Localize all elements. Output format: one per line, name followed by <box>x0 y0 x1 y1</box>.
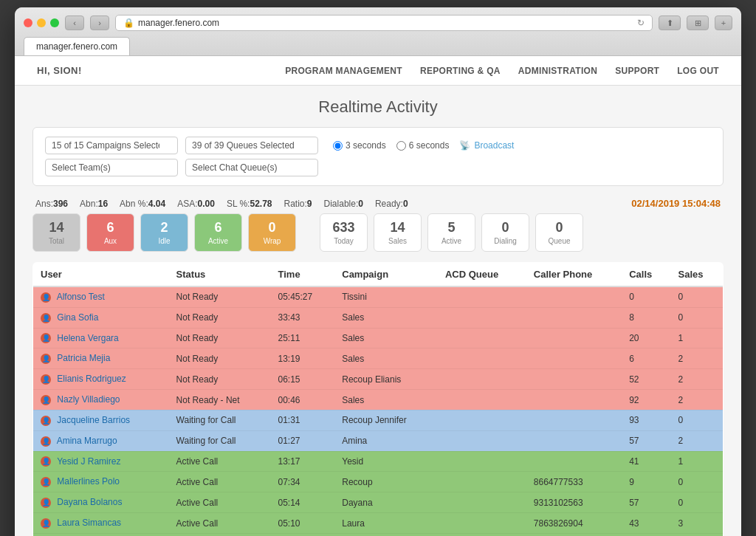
cell-caller-phone <box>526 348 622 369</box>
cell-status: Not Ready <box>169 348 271 369</box>
cell-time: 05:45:27 <box>271 286 335 307</box>
back-button[interactable]: ‹ <box>65 16 84 30</box>
nav-program-management[interactable]: PROGRAM MANAGEMENT <box>285 66 402 76</box>
summary-today: 633 Today <box>320 213 368 252</box>
user-name[interactable]: Patricia Mejia <box>57 353 110 363</box>
cell-campaign: Sales <box>334 348 438 369</box>
cell-acd-queue <box>438 369 526 390</box>
table-row[interactable]: 👤 Yesid J Ramirez Active Call 13:17 Yesi… <box>33 451 724 472</box>
cell-sales: 3 <box>671 513 724 534</box>
radio-3s-label[interactable]: 3 seconds <box>333 140 386 151</box>
stats-date: 02/14/2019 15:04:48 <box>631 198 721 209</box>
user-icon: 👤 <box>41 498 51 508</box>
summary-total: 14 Total <box>32 213 80 252</box>
cell-status: Waiting for Call <box>169 410 271 430</box>
cell-time: 05:14 <box>271 492 335 513</box>
broadcast-button[interactable]: 📡 Broadcast <box>459 140 514 151</box>
radio-6s-label[interactable]: 6 seconds <box>396 140 450 151</box>
cell-user: 👤 Gina Sofia <box>33 307 169 328</box>
table-row[interactable]: 👤 Patricia Mejia Not Ready 13:19 Sales 6… <box>33 348 724 369</box>
user-icon: 👤 <box>41 416 51 426</box>
nav-administration[interactable]: ADMINISTRATION <box>518 66 597 76</box>
user-name[interactable]: Mallerlines Polo <box>57 476 120 487</box>
cell-user: 👤 Nazly Villadiego <box>33 390 169 410</box>
tab-label: manager.fenero.com <box>36 41 117 52</box>
radio-6s[interactable] <box>396 141 406 151</box>
forward-button[interactable]: › <box>90 16 109 30</box>
radio-3s[interactable] <box>333 141 343 151</box>
address-bar[interactable]: 🔒 manager.fenero.com ↻ <box>115 15 653 31</box>
cell-campaign: Recoup <box>334 472 438 492</box>
cell-status: Active Call <box>169 492 271 513</box>
user-icon: 👤 <box>41 477 51 487</box>
cell-acd-queue <box>438 533 526 536</box>
user-name[interactable]: Elianis Rodriguez <box>57 374 126 384</box>
cell-calls: 6 <box>622 348 670 369</box>
queues-select[interactable]: 39 of 39 Queues Selected <box>185 137 318 154</box>
table-row[interactable]: 👤 Gina Sofia Not Ready 33:43 Sales 8 0 <box>33 307 724 328</box>
summary-active-right: 5 Active <box>427 213 475 252</box>
cell-user: 👤 Alfonso Test <box>33 286 169 307</box>
table-row[interactable]: 👤 Jacqueline Barrios Waiting for Call 01… <box>33 410 724 430</box>
user-name[interactable]: Laura Simancas <box>57 518 121 528</box>
summary-idle: 2 Idle <box>140 213 188 252</box>
cell-calls: 92 <box>622 390 670 410</box>
table-row[interactable]: 👤 Nazly Villadiego Not Ready - Net 00:46… <box>33 390 724 410</box>
campaigns-select[interactable]: 15 of 15 Campaigns Selected <box>45 137 178 154</box>
cell-campaign: Sales <box>334 328 438 348</box>
table-row[interactable]: 👤 Lisbania Aguilar Active Call 04:18 Sal… <box>33 533 724 536</box>
cell-caller-phone <box>526 390 622 410</box>
chat-queues-select[interactable]: Select Chat Queue(s) <box>185 159 318 176</box>
lock-icon: 🔒 <box>123 18 134 28</box>
user-name[interactable]: Alfonso Test <box>57 292 105 302</box>
table-row[interactable]: 👤 Alfonso Test Not Ready 05:45:27 Tissin… <box>33 286 724 307</box>
cell-calls: 0 <box>622 286 670 307</box>
nav-support[interactable]: SUPPORT <box>615 66 659 76</box>
cell-acd-queue <box>438 472 526 492</box>
user-name[interactable]: Yesid J Ramirez <box>57 456 120 467</box>
cell-acd-queue <box>438 410 526 430</box>
queues-filter-wrap: 39 of 39 Queues Selected <box>185 137 318 154</box>
cell-time: 13:17 <box>271 451 335 472</box>
cell-calls: 20 <box>622 328 670 348</box>
cell-user: 👤 Patricia Mejia <box>33 348 169 369</box>
cell-status: Not Ready <box>169 286 271 307</box>
nav-links: PROGRAM MANAGEMENT REPORTING & QA ADMINI… <box>285 66 719 76</box>
cell-status: Not Ready - Net <box>169 390 271 410</box>
cell-acd-queue <box>438 348 526 369</box>
user-name[interactable]: Dayana Bolanos <box>57 497 122 507</box>
cell-acd-queue <box>438 513 526 534</box>
cell-calls: 9 <box>622 472 670 492</box>
active-tab[interactable]: manager.fenero.com <box>24 37 130 55</box>
user-name[interactable]: Nazly Villadiego <box>57 394 120 405</box>
table-row[interactable]: 👤 Elianis Rodriguez Not Ready 06:15 Reco… <box>33 369 724 390</box>
cell-calls: 52 <box>622 369 670 390</box>
user-name[interactable]: Gina Sofia <box>57 312 98 323</box>
traffic-light-green[interactable] <box>50 18 59 27</box>
user-name[interactable]: Jacqueline Barrios <box>57 415 130 425</box>
table-row[interactable]: 👤 Helena Vergara Not Ready 25:11 Sales 2… <box>33 328 724 348</box>
reload-icon[interactable]: ↻ <box>637 18 645 28</box>
table-row[interactable]: 👤 Amina Marrugo Waiting for Call 01:27 A… <box>33 430 724 451</box>
nav-reporting-qa[interactable]: REPORTING & QA <box>420 66 501 76</box>
agents-table: User Status Time Campaign ACD Queue Call… <box>32 262 724 536</box>
nav-logout[interactable]: LOG OUT <box>677 66 719 76</box>
cell-sales: 0 <box>671 410 724 430</box>
user-name[interactable]: Helena Vergara <box>57 333 118 343</box>
table-row[interactable]: 👤 Laura Simancas Active Call 05:10 Laura… <box>33 513 724 534</box>
user-name[interactable]: Amina Marrugo <box>57 436 117 446</box>
cell-caller-phone: 7863826904 <box>526 513 622 534</box>
cell-user: 👤 Dayana Bolanos <box>33 492 169 513</box>
broadcast-icon: 📡 <box>459 140 470 151</box>
new-tab-button[interactable]: ⊞ <box>687 16 709 30</box>
share-button[interactable]: ⬆ <box>659 16 681 30</box>
cell-caller-phone <box>526 307 622 328</box>
teams-select[interactable]: Select Team(s) <box>45 159 178 176</box>
table-row[interactable]: 👤 Mallerlines Polo Active Call 07:34 Rec… <box>33 472 724 492</box>
traffic-light-yellow[interactable] <box>37 18 46 27</box>
cell-user: 👤 Yesid J Ramirez <box>33 451 169 472</box>
traffic-light-red[interactable] <box>24 18 32 27</box>
cell-caller-phone: 4159883779 <box>526 533 622 536</box>
table-row[interactable]: 👤 Dayana Bolanos Active Call 05:14 Dayan… <box>33 492 724 513</box>
add-button[interactable]: + <box>715 16 732 30</box>
